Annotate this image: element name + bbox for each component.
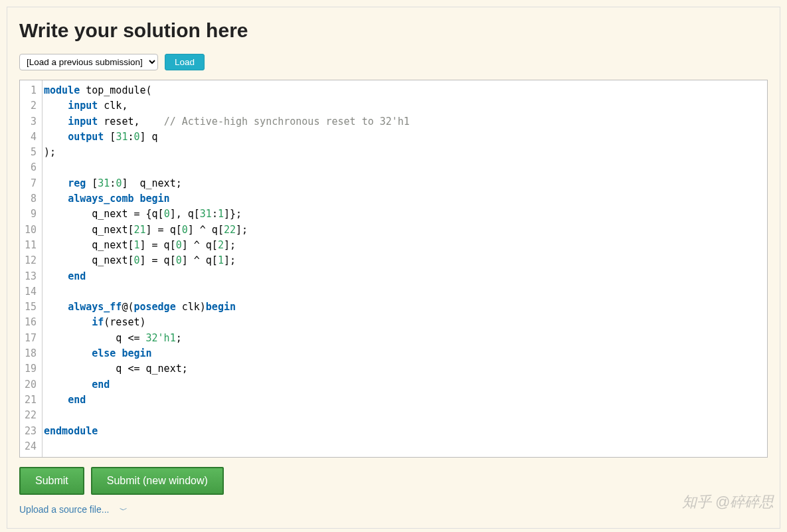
code-editor[interactable]: 123456789101112131415161718192021222324 …: [19, 80, 768, 458]
code-content[interactable]: module top_module( input clk, input rese…: [43, 80, 767, 457]
solution-panel: Write your solution here [Load a previou…: [7, 7, 780, 529]
line-gutter: 123456789101112131415161718192021222324: [20, 80, 43, 457]
submit-row: Submit Submit (new window): [19, 467, 768, 495]
upload-link-row: Upload a source file... ﹀: [19, 504, 768, 516]
submit-button[interactable]: Submit: [19, 467, 84, 495]
upload-source-link[interactable]: Upload a source file...: [19, 504, 109, 515]
page-title: Write your solution here: [19, 19, 768, 42]
toolbar: [Load a previous submission] Load: [19, 54, 768, 70]
chevron-down-icon: ﹀: [120, 505, 128, 515]
submit-new-window-button[interactable]: Submit (new window): [91, 467, 224, 495]
previous-submission-select[interactable]: [Load a previous submission]: [19, 54, 158, 70]
load-button[interactable]: Load: [165, 54, 205, 70]
